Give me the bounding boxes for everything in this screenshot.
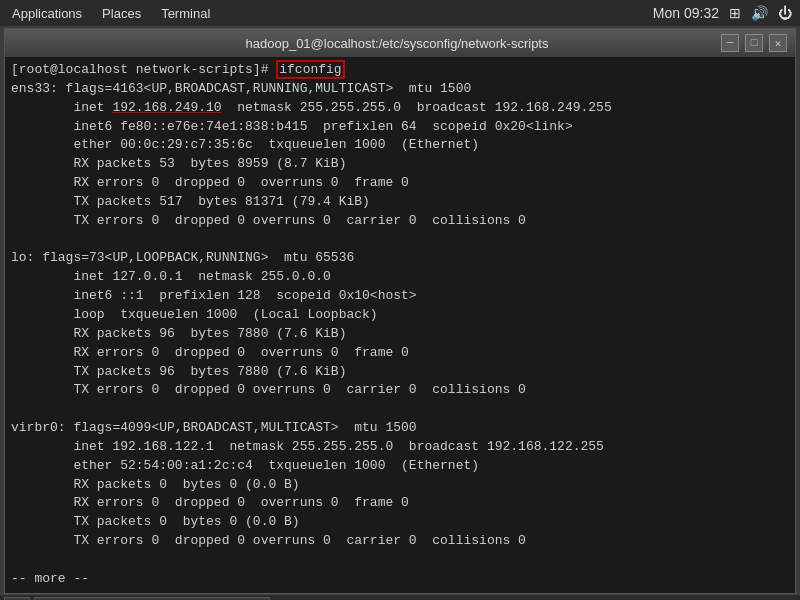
- terminal-line-25: TX errors 0 dropped 0 overruns 0 carrier…: [11, 533, 526, 548]
- applications-label: Applications: [12, 6, 82, 21]
- terminal-line-4: ether 00:0c:29:c7:35:6c txqueuelen 1000 …: [11, 137, 479, 152]
- network-icon: ⊞: [729, 5, 741, 21]
- terminal-label: Terminal: [161, 6, 210, 21]
- close-button[interactable]: ✕: [769, 34, 787, 52]
- terminal-line-8: TX errors 0 dropped 0 overruns 0 carrier…: [11, 213, 526, 228]
- command-highlight: ifconfig: [276, 60, 344, 79]
- terminal-menu[interactable]: Terminal: [157, 4, 214, 23]
- terminal-line-3: inet6 fe80::e76e:74e1:838:b415 prefixlen…: [11, 119, 573, 134]
- terminal-line-22: RX packets 0 bytes 0 (0.0 B): [11, 477, 300, 492]
- terminal-line-27: -- more --: [11, 571, 89, 586]
- system-bar: Applications Places Terminal Mon 09:32 ⊞…: [0, 0, 800, 26]
- terminal-line-15: RX errors 0 dropped 0 overruns 0 frame 0: [11, 345, 409, 360]
- terminal-content[interactable]: [root@localhost network-scripts]# ifconf…: [5, 57, 795, 593]
- terminal-line-10: lo: flags=73<UP,LOOPBACK,RUNNING> mtu 65…: [11, 250, 354, 265]
- terminal-line-20: inet 192.168.122.1 netmask 255.255.255.0…: [11, 439, 604, 454]
- volume-icon: 🔊: [751, 5, 768, 21]
- terminal-window: hadoop_01@localhost:/etc/sysconfig/netwo…: [4, 28, 796, 594]
- terminal-line-7: TX packets 517 bytes 81371 (79.4 KiB): [11, 194, 370, 209]
- maximize-button[interactable]: □: [745, 34, 763, 52]
- title-bar: hadoop_01@localhost:/etc/sysconfig/netwo…: [5, 29, 795, 57]
- terminal-line-16: TX packets 96 bytes 7880 (7.6 KiB): [11, 364, 346, 379]
- terminal-line-17: TX errors 0 dropped 0 overruns 0 carrier…: [11, 382, 526, 397]
- system-bar-left: Applications Places Terminal: [8, 4, 214, 23]
- prompt: [root@localhost network-scripts]#: [11, 62, 276, 77]
- terminal-line-23: RX errors 0 dropped 0 overruns 0 frame 0: [11, 495, 409, 510]
- terminal-line-24: TX packets 0 bytes 0 (0.0 B): [11, 514, 300, 529]
- taskbar: ▦ ▶ hadoop_01@localhost:/etc/sysconfi...…: [0, 594, 800, 600]
- system-bar-right: Mon 09:32 ⊞ 🔊 ⏻: [653, 5, 792, 21]
- terminal-line-12: inet6 ::1 prefixlen 128 scopeid 0x10<hos…: [11, 288, 417, 303]
- applications-menu[interactable]: Applications: [8, 4, 86, 23]
- terminal-line-1: ens33: flags=4163<UP,BROADCAST,RUNNING,M…: [11, 81, 471, 96]
- terminal-line-21: ether 52:54:00:a1:2c:c4 txqueuelen 1000 …: [11, 458, 479, 473]
- clock: Mon 09:32: [653, 5, 719, 21]
- places-menu[interactable]: Places: [98, 4, 145, 23]
- terminal-line-5: RX packets 53 bytes 8959 (8.7 KiB): [11, 156, 346, 171]
- minimize-button[interactable]: ─: [721, 34, 739, 52]
- terminal-line-6: RX errors 0 dropped 0 overruns 0 frame 0: [11, 175, 409, 190]
- places-label: Places: [102, 6, 141, 21]
- terminal-line-13: loop txqueuelen 1000 (Local Loopback): [11, 307, 378, 322]
- terminal-line-11: inet 127.0.0.1 netmask 255.0.0.0: [11, 269, 331, 284]
- ip-address: 192.168.249.10: [112, 100, 221, 115]
- terminal-line-14: RX packets 96 bytes 7880 (7.6 KiB): [11, 326, 346, 341]
- terminal-line-19: virbr0: flags=4099<UP,BROADCAST,MULTICAS…: [11, 420, 417, 435]
- window-title: hadoop_01@localhost:/etc/sysconfig/netwo…: [73, 36, 721, 51]
- power-icon[interactable]: ⏻: [778, 5, 792, 21]
- window-controls: ─ □ ✕: [721, 34, 787, 52]
